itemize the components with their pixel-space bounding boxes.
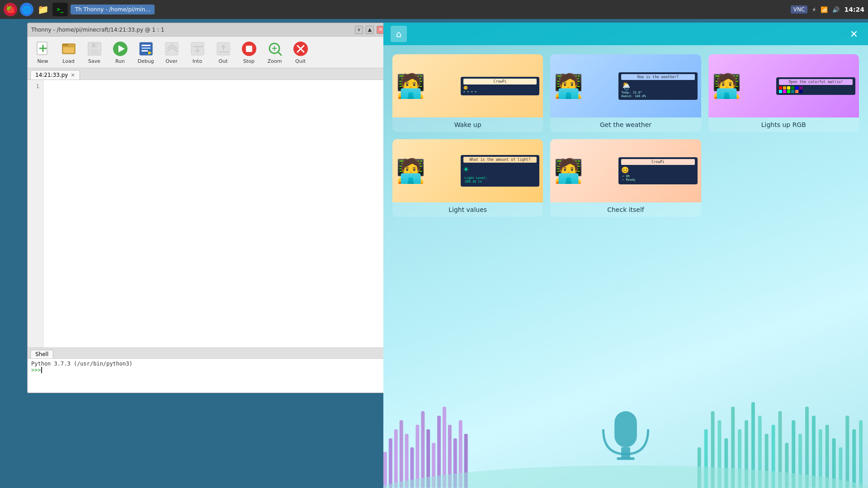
svg-rect-14 — [142, 47, 151, 49]
svg-rect-31 — [394, 429, 398, 488]
save-label: Save — [88, 58, 100, 64]
bluetooth-icon: ⚡ — [812, 6, 816, 13]
thonny-title: Thonny - /home/pi/minecraft/14:21:33.py … — [31, 27, 164, 33]
check-char: 🧑‍💻 — [554, 157, 583, 185]
svg-rect-36 — [421, 411, 425, 488]
new-button[interactable]: New — [30, 38, 55, 66]
quit-icon — [292, 40, 309, 57]
light-char: 🧑‍💻 — [396, 157, 425, 185]
load-button[interactable]: Load — [56, 38, 81, 66]
zoom-label: Zoom — [268, 58, 282, 64]
weather-char: 🧑‍💻 — [554, 72, 583, 100]
weather-screen: How is the weather? 🌦️ Temp: 15.0°Humid:… — [618, 72, 698, 100]
into-label: Into — [193, 58, 202, 64]
svg-rect-71 — [614, 411, 637, 447]
file-tab[interactable]: 14:21:33.py ✕ — [30, 70, 80, 80]
titlebar-collapse-btn[interactable]: ∨ — [355, 26, 363, 34]
terminal-icon[interactable]: >_ — [52, 3, 68, 16]
svg-rect-13 — [142, 45, 151, 46]
into-icon — [189, 40, 206, 57]
card-lights-rgb[interactable]: 🧑‍💻 Open the colorful matrix! — [708, 54, 859, 132]
shell-section: Shell Python 3.7.3 (/usr/bin/python3) >>… — [28, 347, 388, 393]
rgb-char: 🧑‍💻 — [712, 72, 741, 100]
card-wake-up-label: Wake up — [451, 117, 485, 132]
globe-icon[interactable]: 🌐 — [20, 3, 33, 16]
card-get-weather[interactable]: 🧑‍💻 How is the weather? 🌦️ Temp: 15.0°Hu… — [550, 54, 701, 132]
volume-icon: 🔊 — [832, 6, 840, 13]
cards-grid: 🧑‍💻 CrowPi 😊 = = = = Wake up 🧑‍💻 How is … — [383, 45, 868, 226]
quit-button[interactable]: Quit — [288, 38, 313, 66]
new-label: New — [38, 58, 48, 64]
run-icon — [112, 40, 129, 57]
raspberry-icon[interactable]: 🍓 — [4, 3, 17, 16]
thonny-toolbar: New Load Save — [28, 37, 388, 68]
stop-button[interactable]: Stop — [236, 38, 261, 66]
svg-rect-29 — [383, 452, 387, 488]
into-button[interactable]: Into — [185, 38, 210, 66]
svg-line-23 — [278, 52, 281, 55]
tab-bar: 14:21:33.py ✕ — [28, 68, 388, 80]
load-label: Load — [62, 58, 74, 64]
editor-content[interactable] — [43, 80, 388, 347]
line-numbers: 1 — [28, 80, 43, 347]
card-light-label: Light values — [445, 202, 491, 217]
svg-rect-21 — [246, 46, 252, 52]
editor-area[interactable]: 1 — [28, 80, 388, 347]
shell-tab-bar: Shell — [28, 348, 388, 359]
card-wake-up[interactable]: 🧑‍💻 CrowPi 😊 = = = = Wake up — [392, 54, 543, 132]
titlebar-maximize-btn[interactable]: ▲ — [366, 26, 374, 34]
waveform-area — [383, 384, 868, 488]
wifi-icon: 📶 — [821, 6, 828, 13]
new-icon — [34, 40, 52, 57]
line-number-1: 1 — [31, 83, 39, 89]
titlebar-controls: ∨ ▲ ✕ — [355, 26, 385, 34]
run-label: Run — [115, 58, 125, 64]
tab-close-btn[interactable]: ✕ — [71, 72, 75, 78]
debug-button[interactable]: Debug — [133, 38, 158, 66]
crowpi-home-button[interactable]: ⌂ — [391, 26, 407, 42]
folder-icon[interactable]: 📁 — [36, 3, 50, 16]
svg-rect-8 — [90, 49, 99, 54]
save-button[interactable]: Save — [82, 38, 107, 66]
home-icon: ⌂ — [396, 28, 402, 39]
card-light-image: 🧑‍💻 What is the amount of light? ☀️ Ligh… — [392, 139, 543, 202]
waveform-svg — [383, 384, 868, 488]
svg-rect-68 — [852, 429, 856, 488]
vnc-label: VNC — [791, 5, 808, 14]
svg-rect-4 — [62, 44, 68, 46]
over-icon — [163, 40, 180, 57]
run-button[interactable]: Run — [108, 38, 132, 66]
shell-prompt-line: >>> ​ — [31, 367, 385, 373]
card-light-values[interactable]: 🧑‍💻 What is the amount of light? ☀️ Ligh… — [392, 139, 543, 217]
thonny-window: Thonny - /home/pi/minecraft/14:21:33.py … — [27, 23, 389, 393]
svg-rect-67 — [845, 416, 849, 488]
card-rgb-image: 🧑‍💻 Open the colorful matrix! — [708, 54, 859, 117]
card-check-itself[interactable]: 🧑‍💻 CrowPi 😊 ✓ OK✓ Ready Check itself — [550, 139, 701, 217]
out-label: Out — [219, 58, 228, 64]
stop-icon — [241, 40, 258, 57]
stop-label: Stop — [243, 58, 255, 64]
clock: 14:24 — [844, 6, 864, 13]
card-check-label: Check itself — [604, 202, 648, 217]
out-button[interactable]: Out — [211, 38, 236, 66]
save-icon — [86, 40, 103, 57]
thonny-taskbar-label: Th Thonny - /home/pi/min... — [75, 6, 150, 13]
taskbar: 🍓 🌐 📁 >_ Th Thonny - /home/pi/min... VNC… — [0, 0, 868, 19]
close-icon: ✕ — [850, 28, 858, 40]
crowpi-close-button[interactable]: ✕ — [847, 27, 861, 41]
over-button[interactable]: Over — [159, 38, 184, 66]
rgb-screen: Open the colorful matrix! — [776, 77, 855, 95]
svg-rect-73 — [617, 457, 635, 460]
zoom-button[interactable]: Zoom — [262, 38, 287, 66]
check-screen: CrowPi 😊 ✓ OK✓ Ready — [618, 157, 698, 184]
over-label: Over — [165, 58, 177, 64]
zoom-icon — [266, 40, 283, 57]
debug-label: Debug — [137, 58, 154, 64]
quit-label: Quit — [295, 58, 306, 64]
shell-content[interactable]: Python 3.7.3 (/usr/bin/python3) >>> ​ — [28, 359, 388, 393]
svg-rect-69 — [859, 420, 863, 488]
light-screen: What is the amount of light? ☀️ Light Le… — [461, 155, 540, 187]
card-wake-up-image: 🧑‍💻 CrowPi 😊 = = = = — [392, 54, 543, 117]
shell-tab[interactable]: Shell — [30, 350, 53, 358]
thonny-taskbar-button[interactable]: Th Thonny - /home/pi/min... — [71, 5, 155, 14]
